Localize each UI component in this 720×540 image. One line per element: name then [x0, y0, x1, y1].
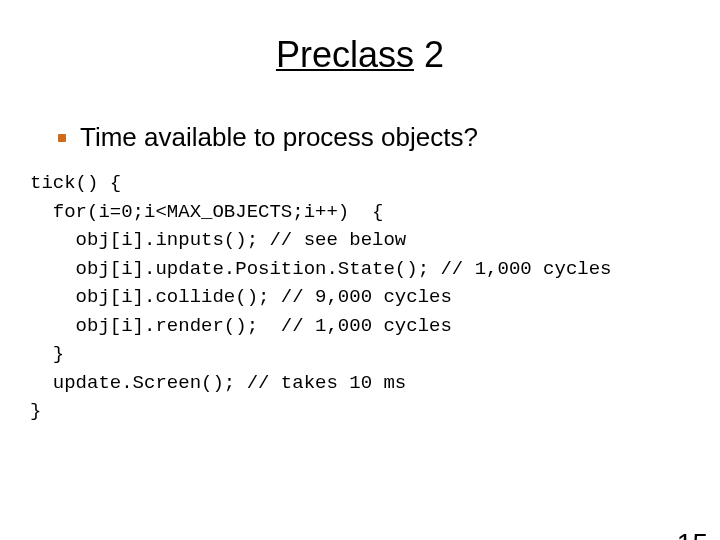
title-suffix: 2: [414, 34, 444, 75]
bullet-area: Time available to process objects?: [58, 122, 720, 153]
bullet-text: Time available to process objects?: [80, 122, 478, 153]
page-number: 15: [677, 528, 708, 540]
slide: Preclass 2 Time available to process obj…: [0, 34, 720, 540]
title-word-underlined: Preclass: [276, 34, 414, 75]
bullet-dot-icon: [58, 134, 66, 142]
code-block: tick() { for(i=0;i<MAX_OBJECTS;i++) { ob…: [30, 169, 720, 426]
slide-title: Preclass 2: [0, 34, 720, 76]
bullet-item: Time available to process objects?: [58, 122, 720, 153]
